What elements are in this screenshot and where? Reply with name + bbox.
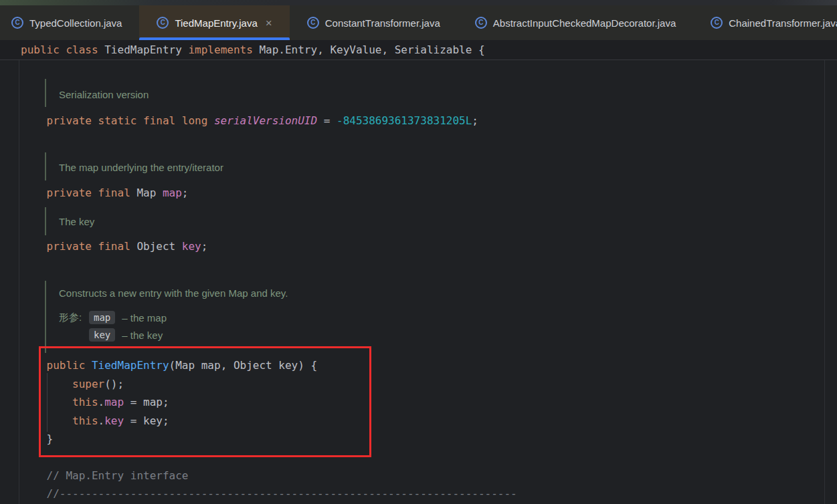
code-line: //--------------------------------------… xyxy=(21,487,517,501)
tab-label: ConstantTransformer.java xyxy=(325,17,440,29)
class-icon: C xyxy=(711,17,723,29)
doc-comment-bar xyxy=(45,79,46,107)
doc-param-chip: key xyxy=(89,328,115,342)
code-line: private final Object key; xyxy=(21,239,207,254)
doc-comment-text: The map underlying the entry/iterator xyxy=(59,160,223,175)
gutter-separator xyxy=(19,60,19,504)
tab-label: TypedCollection.java xyxy=(29,17,122,29)
code-line: private static final long serialVersionU… xyxy=(21,114,478,128)
close-icon[interactable]: × xyxy=(266,17,272,29)
sticky-header-line: public class TiedMapEntry implements Map… xyxy=(0,40,837,60)
code-line: // Map.Entry interface xyxy=(21,469,188,483)
class-icon: C xyxy=(307,17,319,29)
tab-bar: CTypedCollection.javaCTiedMapEntry.java×… xyxy=(0,5,837,40)
ide-window: { "colors":{ "accent":"#3C79F2", "annota… xyxy=(0,0,837,504)
tab-label: TiedMapEntry.java xyxy=(175,17,257,29)
code-line: private final Map map; xyxy=(21,186,188,201)
doc-comment-text: Constructs a new entry with the given Ma… xyxy=(59,286,288,301)
doc-param-chip: map xyxy=(89,311,115,324)
editor[interactable]: Serialization version private static fin… xyxy=(0,60,837,504)
doc-param-desc: – the map xyxy=(122,312,167,324)
doc-param-row: key– the key xyxy=(59,328,163,342)
tab-tiedmapentry-java[interactable]: CTiedMapEntry.java× xyxy=(139,5,289,40)
sticky-declaration: public class TiedMapEntry implements Map… xyxy=(21,40,485,59)
doc-comment-bar xyxy=(45,207,46,235)
tab-abstractinputcheckedmapdecorator-java[interactable]: CAbstractInputCheckedMapDecorator.java xyxy=(458,5,693,40)
doc-comment-text: The key xyxy=(59,215,94,229)
doc-comment-bar xyxy=(45,281,46,353)
tab-label: ChainedTransformer.java xyxy=(729,17,837,29)
doc-param-row: 形参:map– the map xyxy=(59,311,167,324)
annotation-rectangle xyxy=(39,346,371,457)
class-icon: C xyxy=(157,17,169,29)
tab-label: AbstractInputCheckedMapDecorator.java xyxy=(493,17,676,29)
doc-comment-text: Serialization version xyxy=(59,88,149,102)
doc-param-label: 形参: xyxy=(59,311,89,324)
tab-constanttransformer-java[interactable]: CConstantTransformer.java xyxy=(290,5,458,40)
tab-typedcollection-java[interactable]: CTypedCollection.java xyxy=(0,5,139,40)
class-icon: C xyxy=(475,17,487,29)
class-icon: C xyxy=(11,17,23,29)
doc-param-desc: – the key xyxy=(122,330,163,341)
right-margin-guide xyxy=(824,60,825,504)
window-title-strip xyxy=(0,0,837,5)
tab-chainedtransformer-java[interactable]: CChainedTransformer.java xyxy=(693,5,837,40)
doc-comment-bar xyxy=(45,152,46,180)
